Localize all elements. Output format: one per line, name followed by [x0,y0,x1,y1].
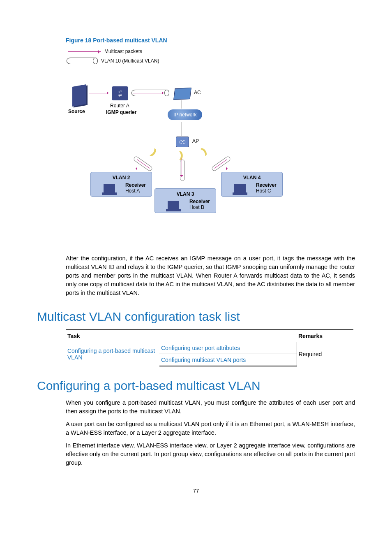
para-2: A user port can be configured as a multi… [66,420,355,437]
arrowhead-icon [107,91,110,95]
ac-icon [173,88,191,100]
vlan2-title: VLAN 2 [97,175,146,181]
host-icon [104,184,115,192]
wave-icon: ))) [152,150,154,153]
task-link-userport[interactable]: Configuring user port attributes [159,342,297,354]
col-task: Task [66,330,297,342]
legend-vlan: VLAN 10 (Multicast VLAN) [67,58,159,64]
connector-line-2 [182,122,182,136]
arrowhead-icon-5 [226,167,229,170]
igmp-label: IGMP querier [106,109,136,115]
heading-task-list: Multicast VLAN configuration task list [37,310,355,324]
remarks-required: Required [297,342,353,366]
receiver-label: Receiver [189,199,210,204]
vlan3-group: VLAN 3 Receiver Host B [154,188,216,213]
para-3: In Ethernet interface view, WLAN-ESS int… [66,441,355,467]
receiver-label: Receiver [256,182,277,188]
arrowhead-icon-4 [180,175,183,178]
hostB-label: Host B [189,204,210,210]
source-label: Source [68,109,85,114]
col-remarks: Remarks [297,330,353,342]
receiver-label: Receiver [125,182,146,188]
vlan3-title: VLAN 3 [161,191,210,197]
task-link-vlanports[interactable]: Configuring multicast VLAN ports [159,354,297,366]
ap-label: AP [192,138,199,144]
heading-configuring: Configuring a port-based multicast VLAN [37,379,355,393]
body-paragraph: After the configuration, if the AC recei… [66,254,355,297]
arrowhead-icon-2 [162,91,165,95]
wave-icon: ))) [202,150,205,153]
ac-label: AC [194,90,201,95]
packet-arrow-2 [133,93,164,93]
legend-vlan-label: VLAN 10 (Multicast VLAN) [101,58,159,64]
vlan2-group: VLAN 2 Receiver Host A [90,172,152,197]
vlan4-group: VLAN 4 Receiver Host C [221,172,283,197]
vlan4-title: VLAN 4 [227,175,277,181]
hostC-label: Host C [256,188,277,194]
server-icon [72,84,86,107]
connector-line [182,100,182,109]
cloud-icon: IP network [168,109,202,120]
para-1: When you configure a port-based multicas… [66,399,355,416]
figure-caption: Figure 18 Port-based multicast VLAN [66,37,355,44]
task-link-portbased[interactable]: Configuring a port-based multicast VLAN [66,342,159,366]
routerA-label: Router A [110,103,129,109]
page-number: 77 [37,488,355,494]
vlan-shape-icon [67,58,98,64]
wave-icon: ))) [179,154,181,156]
legend-packets: Multicast packets [68,49,142,54]
hostA-label: Host A [125,188,146,194]
packet-arrow [89,93,108,93]
host-icon [168,201,179,209]
host-icon [234,184,246,192]
page: Figure 18 Port-based multicast VLAN Mult… [0,0,392,510]
arrow-icon [68,51,101,52]
packet-arrow-4 [182,158,182,176]
router-icon: ⇄⇄ [112,86,128,100]
arrowhead-icon-3 [134,167,137,170]
ip-network-label: IP network [173,112,196,118]
ap-icon: ((•)) [176,137,189,147]
network-diagram: Multicast packets VLAN 10 (Multicast VLA… [66,49,321,242]
task-table: Task Remarks Configuring a port-based mu… [66,329,353,366]
legend-packets-label: Multicast packets [104,49,142,54]
